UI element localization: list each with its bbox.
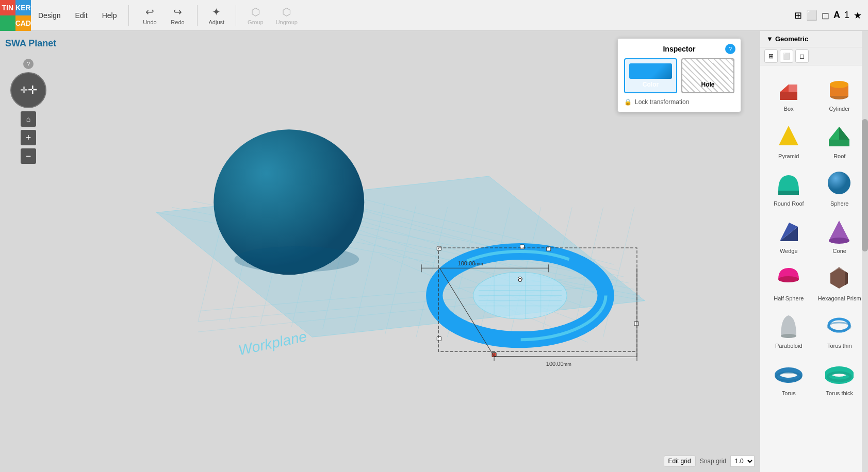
svg-point-82 [829,238,849,244]
project-title: SWA Planet [5,36,56,51]
shape-item-torus[interactable]: Torus [764,354,813,399]
svg-marker-72 [779,126,798,145]
shape-item-pyramid[interactable]: Pyramid [764,117,813,162]
logo: TIN KER CAD [0,0,31,31]
shape-item-wedge[interactable]: Wedge [764,212,813,257]
ungroup-button[interactable]: ⬡ Ungroup [271,4,303,27]
shape-item-half-sphere[interactable]: Half Sphere [764,259,813,305]
pyramid-label: Pyramid [778,153,799,159]
star-icon[interactable]: ★ [854,10,862,21]
svg-point-71 [830,81,848,88]
torus-thick-label: Torus thick [826,390,853,396]
toolbar-sep3 [236,5,236,26]
undo-icon: ↩ [145,6,154,18]
shape-item-sphere[interactable]: Sphere [815,164,864,210]
svg-point-89 [828,323,850,331]
zoom-out-button[interactable]: − [21,148,36,164]
canvas-area[interactable]: SWA Planet ? ✛ ⌂ + − Inspector ? Color [0,31,760,472]
group-button[interactable]: ⬡ Group [242,4,269,27]
roof-icon [824,120,855,151]
shapes-toolbar: ⊞ ⬜ ◻ [760,47,868,65]
svg-point-83 [778,276,799,282]
shape-tb-grid[interactable]: ⊞ [764,49,778,63]
shape-tb-box[interactable]: ⬜ [780,49,793,63]
shapes-panel-header: ▼ Geometric [760,31,868,47]
scroll-handle[interactable] [862,119,868,251]
half-sphere-label: Half Sphere [774,295,804,301]
round-roof-label: Round Roof [774,200,804,207]
paraboloid-label: Paraboloid [775,343,803,349]
lock-label: Lock transformation [635,98,689,106]
number-icon[interactable]: 1 [844,10,849,21]
svg-rect-46 [437,246,441,250]
3d-wire-icon[interactable]: ◻ [822,10,829,21]
shape-item-paraboloid[interactable]: Paraboloid [764,307,813,352]
svg-point-78 [828,172,850,194]
logo-tin: TIN [0,0,15,15]
font-icon[interactable]: A [833,10,840,21]
grid-icon[interactable]: ⊞ [794,10,802,21]
toolbar-sep2 [197,5,198,26]
box-icon [773,73,804,104]
box-label: Box [784,106,794,112]
shapes-panel: › ▼ Geometric ⊞ ⬜ ◻ Box [760,31,868,472]
3d-box-icon[interactable]: ⬜ [806,10,817,21]
wedge-icon [773,215,804,246]
menu-edit[interactable]: Edit [68,0,95,30]
geometric-arrow: ▼ [766,35,773,43]
adjust-button[interactable]: ✦ Adjust [204,4,230,27]
svg-rect-47 [520,245,524,249]
redo-label: Redo [171,19,184,25]
redo-icon: ↪ [173,6,182,18]
ungroup-label: Ungroup [276,19,298,25]
svg-text:100.00mm: 100.00mm [458,260,483,266]
shape-item-cylinder[interactable]: Cylinder [815,70,864,115]
redo-button[interactable]: ↪ Redo [165,4,191,27]
shape-item-round-roof[interactable]: Round Roof [764,164,813,210]
adjust-icon: ✦ [212,6,221,18]
menu-design[interactable]: Design [31,0,68,30]
sphere-object[interactable] [214,129,364,275]
torus-thin-label: Torus thin [827,343,852,349]
torus-icon [773,357,804,388]
home-button[interactable]: ⌂ [21,111,36,127]
hex-prism-icon [824,262,855,293]
collapse-button[interactable]: › [760,244,760,259]
cone-icon [824,215,855,246]
hole-button[interactable]: Hole [681,58,734,93]
inspector-help-button[interactable]: ? [725,44,735,54]
nav-controls: ? ✛ ⌂ + − [10,59,46,164]
main-area: SWA Planet ? ✛ ⌂ + − Inspector ? Color [0,31,868,472]
shape-item-hex-prism[interactable]: Hexagonal Prism [815,259,864,305]
undo-button[interactable]: ↩ Undo [137,4,163,27]
edit-grid-button[interactable]: Edit grid [664,456,696,467]
shape-item-roof[interactable]: Roof [815,117,864,162]
paraboloid-icon [773,310,804,341]
shapes-grid: Box Cylinder [760,65,868,403]
nav-circle[interactable]: ✛ [10,72,46,108]
hex-prism-label: Hexagonal Prism [818,295,861,301]
torus-label: Torus [782,390,796,396]
shape-item-torus-thin[interactable]: Torus thin [815,307,864,352]
shape-item-cone[interactable]: Cone [815,212,864,257]
color-button[interactable]: Color [624,58,677,93]
inspector-buttons: Color Hole [624,58,734,93]
scrollbar[interactable] [862,31,868,472]
adjust-label: Adjust [209,19,225,25]
inspector-panel: Inspector ? Color Hole 🔒 Lock transforma… [617,38,741,112]
shape-item-box[interactable]: Box [764,70,813,115]
geometric-title: Geometric [775,35,808,43]
topbar: TIN KER CAD Design Edit Help ↩ Undo ↪ Re… [0,0,868,31]
shape-item-torus-thick[interactable]: Torus thick [815,354,864,399]
half-sphere-icon [773,262,804,293]
help-badge[interactable]: ? [23,59,34,69]
torus-thin-icon [824,310,855,341]
shape-tb-wire[interactable]: ◻ [795,49,809,63]
svg-point-87 [781,334,796,338]
zoom-in-button[interactable]: + [21,130,36,145]
svg-rect-49 [437,336,441,341]
snap-select[interactable]: 1.0 [730,456,755,467]
menu-help[interactable]: Help [95,0,124,30]
sphere-label: Sphere [830,200,848,207]
ungroup-icon: ⬡ [282,6,291,18]
